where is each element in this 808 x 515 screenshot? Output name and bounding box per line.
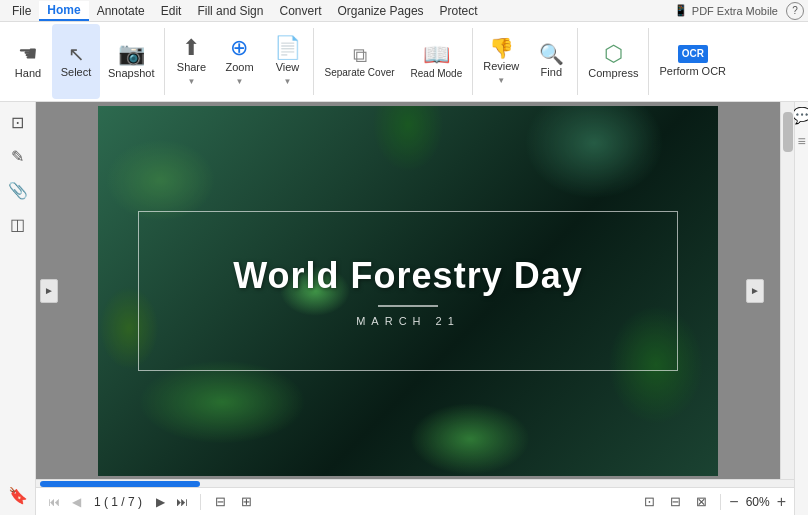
last-page-button[interactable]: ⏭ (172, 492, 192, 512)
page-navigation: ⏮ ◀ 1 ( 1 / 7 ) ▶ ⏭ (44, 492, 192, 512)
pdf-subtitle: MARCH 21 (356, 315, 460, 327)
double-page-view-button[interactable]: ⊞ (235, 491, 257, 513)
find-label: Find (541, 66, 562, 79)
perform-ocr-button[interactable]: OCR Perform OCR (651, 24, 734, 99)
status-separator-2 (720, 494, 721, 510)
compress-icon: ⬡ (604, 43, 623, 65)
menu-fill-sign[interactable]: Fill and Sign (189, 2, 271, 20)
view-button[interactable]: 📄 View ▼ (263, 24, 311, 99)
layers-icon: ◫ (10, 215, 25, 234)
view-arrow: ▼ (284, 77, 292, 86)
separate-cover-button[interactable]: ⧉ Separate Cover (316, 24, 402, 99)
status-separator-1 (200, 494, 201, 510)
zoom-level-indicator: 60% (743, 495, 773, 509)
camera-icon: 📷 (118, 43, 145, 65)
share-button[interactable]: ⬆ Share ▼ (167, 24, 215, 99)
read-mode-icon: 📖 (423, 44, 450, 66)
panel-collapse-button[interactable]: ≡ (797, 133, 805, 149)
review-button[interactable]: 👎 Review ▼ (475, 24, 527, 99)
separate-cover-label: Separate Cover (324, 67, 394, 79)
next-page-button[interactable]: ▶ (150, 492, 170, 512)
pdf-divider (378, 305, 438, 307)
menu-file[interactable]: File (4, 2, 39, 20)
sidebar-attachments[interactable]: 📎 (4, 176, 32, 204)
pdf-title: World Forestry Day (233, 255, 582, 297)
snapshot-label: Snapshot (108, 67, 154, 80)
zoom-in-button[interactable]: + (777, 493, 786, 511)
menu-convert[interactable]: Convert (271, 2, 329, 20)
phone-icon: 📱 (674, 4, 688, 17)
separator-5 (648, 28, 649, 95)
snapshot-button[interactable]: 📷 Snapshot (100, 24, 162, 99)
h-scroll-thumb[interactable] (40, 481, 200, 487)
attach-icon: 📎 (8, 181, 28, 200)
horizontal-scrollbar[interactable] (36, 479, 794, 487)
page-thumb-icon: ⊡ (11, 113, 24, 132)
menu-annotate[interactable]: Annotate (89, 2, 153, 20)
compress-button[interactable]: ⬡ Compress (580, 24, 646, 99)
sidebar-edit[interactable]: ✎ (4, 142, 32, 170)
perform-ocr-label: Perform OCR (659, 65, 726, 78)
separate-cover-icon: ⧉ (353, 45, 367, 65)
separator-2 (313, 28, 314, 95)
pdf-page: World Forestry Day MARCH 21 (98, 106, 718, 476)
sidebar-bookmark[interactable]: 🔖 (4, 481, 32, 509)
menu-edit[interactable]: Edit (153, 2, 190, 20)
view-icon: 📄 (274, 37, 301, 59)
review-icon: 👎 (489, 38, 514, 58)
read-mode-button[interactable]: 📖 Read Mode (403, 24, 471, 99)
pdf-content-box: World Forestry Day MARCH 21 (138, 211, 678, 371)
select-label: Select (61, 66, 92, 79)
main-area: ⊡ ✎ 📎 ◫ 🔖 ► World Fo (0, 102, 808, 515)
scroll-area: ► World Forestry Day MARCH 21 ► (36, 102, 794, 479)
left-sidebar: ⊡ ✎ 📎 ◫ 🔖 (0, 102, 36, 515)
hand-tool-button[interactable]: ☚ Hand (4, 24, 52, 99)
sidebar-page-thumbnails[interactable]: ⊡ (4, 108, 32, 136)
read-mode-label: Read Mode (411, 68, 463, 80)
select-icon: ↖ (68, 44, 85, 64)
menu-bar: File Home Annotate Edit Fill and Sign Co… (0, 0, 808, 22)
review-label: Review (483, 60, 519, 73)
help-button[interactable]: ? (786, 2, 804, 20)
zoom-button[interactable]: ⊕ Zoom ▼ (215, 24, 263, 99)
mobile-badge: 📱 PDF Extra Mobile (674, 4, 778, 17)
find-icon: 🔍 (539, 44, 564, 64)
share-arrow: ▼ (188, 77, 196, 86)
zoom-out-button[interactable]: − (729, 493, 738, 511)
separator-4 (577, 28, 578, 95)
menu-right: 📱 PDF Extra Mobile ? (674, 2, 804, 20)
bookmark-icon: 🔖 (8, 486, 28, 505)
zoom-label: Zoom (225, 61, 253, 74)
vertical-scrollbar[interactable] (780, 102, 794, 479)
status-bar: ⏮ ◀ 1 ( 1 / 7 ) ▶ ⏭ ⊟ ⊞ ⊡ ⊟ ⊠ − 60% + (36, 487, 794, 515)
single-page-view-button[interactable]: ⊟ (209, 491, 231, 513)
nav-prev-arrow[interactable]: ► (40, 279, 58, 303)
scroll-thumb[interactable] (783, 112, 793, 152)
nav-next-arrow[interactable]: ► (746, 279, 764, 303)
sidebar-layers[interactable]: ◫ (4, 210, 32, 238)
share-label: Share (177, 61, 206, 74)
mobile-label: PDF Extra Mobile (692, 5, 778, 17)
review-arrow: ▼ (497, 76, 505, 85)
select-tool-button[interactable]: ↖ Select (52, 24, 100, 99)
fit-width-button[interactable]: ⊟ (664, 491, 686, 513)
fit-page-button[interactable]: ⊡ (638, 491, 660, 513)
find-button[interactable]: 🔍 Find (527, 24, 575, 99)
first-page-button[interactable]: ⏮ (44, 492, 64, 512)
status-right: ⊡ ⊟ ⊠ − 60% + (638, 491, 786, 513)
prev-page-button[interactable]: ◀ (66, 492, 86, 512)
ocr-icon: OCR (678, 45, 708, 63)
pdf-viewer: ► World Forestry Day MARCH 21 ► (36, 102, 780, 479)
zoom-arrow: ▼ (236, 77, 244, 86)
continuous-view-button[interactable]: ⊠ (690, 491, 712, 513)
menu-organize[interactable]: Organize Pages (330, 2, 432, 20)
separator-1 (164, 28, 165, 95)
share-icon: ⬆ (182, 37, 200, 59)
hand-label: Hand (15, 67, 41, 80)
ribbon-toolbar: ☚ Hand ↖ Select 📷 Snapshot ⬆ Share ▼ ⊕ Z… (0, 22, 808, 102)
edit-icon: ✎ (11, 147, 24, 166)
menu-home[interactable]: Home (39, 1, 88, 21)
separator-3 (472, 28, 473, 95)
menu-protect[interactable]: Protect (432, 2, 486, 20)
hand-icon: ☚ (18, 43, 38, 65)
